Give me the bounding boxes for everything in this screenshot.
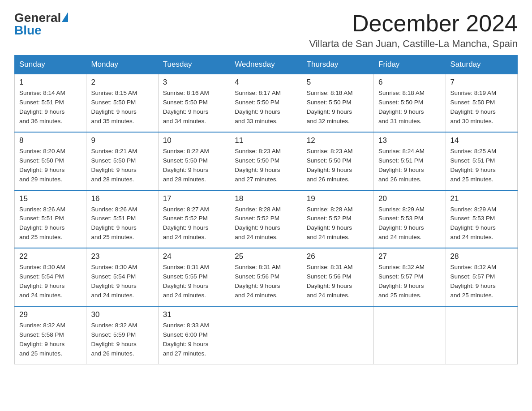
calendar-subtitle: Villarta de San Juan, Castille-La Mancha… xyxy=(309,38,518,50)
week-row-1: 1Sunrise: 8:14 AMSunset: 5:51 PMDaylight… xyxy=(15,74,518,132)
calendar-cell: 18Sunrise: 8:28 AMSunset: 5:52 PMDayligh… xyxy=(230,190,302,248)
day-info: Sunrise: 8:19 AMSunset: 5:50 PMDaylight:… xyxy=(450,89,513,126)
calendar-cell: 11Sunrise: 8:23 AMSunset: 5:50 PMDayligh… xyxy=(230,132,302,190)
day-number: 29 xyxy=(19,310,82,319)
calendar-cell: 8Sunrise: 8:20 AMSunset: 5:50 PMDaylight… xyxy=(15,132,86,190)
calendar-cell: 25Sunrise: 8:31 AMSunset: 5:56 PMDayligh… xyxy=(230,248,302,306)
calendar-cell: 12Sunrise: 8:23 AMSunset: 5:50 PMDayligh… xyxy=(302,132,373,190)
day-number: 23 xyxy=(91,252,153,261)
day-number: 14 xyxy=(450,136,513,145)
calendar-cell: 20Sunrise: 8:29 AMSunset: 5:53 PMDayligh… xyxy=(374,190,446,248)
day-info: Sunrise: 8:32 AMSunset: 5:58 PMDaylight:… xyxy=(19,321,82,359)
day-info: Sunrise: 8:30 AMSunset: 5:54 PMDaylight:… xyxy=(19,263,82,300)
weekday-header-tuesday: Tuesday xyxy=(158,56,230,74)
day-info: Sunrise: 8:21 AMSunset: 5:50 PMDaylight:… xyxy=(91,147,153,184)
day-number: 20 xyxy=(378,194,441,203)
day-info: Sunrise: 8:28 AMSunset: 5:52 PMDaylight:… xyxy=(307,205,369,243)
calendar-cell: 7Sunrise: 8:19 AMSunset: 5:50 PMDaylight… xyxy=(446,74,517,132)
day-number: 8 xyxy=(19,136,82,145)
day-number: 24 xyxy=(163,252,225,261)
day-info: Sunrise: 8:31 AMSunset: 5:56 PMDaylight:… xyxy=(307,263,369,300)
page-header: General Blue December 2024 Villarta de S… xyxy=(14,11,518,50)
weekday-header-saturday: Saturday xyxy=(446,56,517,74)
day-info: Sunrise: 8:33 AMSunset: 6:00 PMDaylight:… xyxy=(163,321,225,359)
day-info: Sunrise: 8:31 AMSunset: 5:55 PMDaylight:… xyxy=(163,263,225,300)
calendar-cell: 29Sunrise: 8:32 AMSunset: 5:58 PMDayligh… xyxy=(15,306,86,364)
day-number: 30 xyxy=(91,310,153,319)
day-info: Sunrise: 8:30 AMSunset: 5:54 PMDaylight:… xyxy=(91,263,153,300)
weekday-header-wednesday: Wednesday xyxy=(230,56,302,74)
calendar-cell: 3Sunrise: 8:16 AMSunset: 5:50 PMDaylight… xyxy=(158,74,230,132)
day-info: Sunrise: 8:32 AMSunset: 5:59 PMDaylight:… xyxy=(91,321,153,359)
day-number: 1 xyxy=(19,78,82,87)
calendar-cell: 10Sunrise: 8:22 AMSunset: 5:50 PMDayligh… xyxy=(158,132,230,190)
logo-blue-text: Blue xyxy=(14,23,42,38)
calendar-cell xyxy=(302,306,373,364)
day-info: Sunrise: 8:29 AMSunset: 5:53 PMDaylight:… xyxy=(378,205,441,243)
calendar-cell xyxy=(446,306,517,364)
day-info: Sunrise: 8:14 AMSunset: 5:51 PMDaylight:… xyxy=(19,89,82,126)
day-number: 16 xyxy=(91,194,153,203)
day-info: Sunrise: 8:28 AMSunset: 5:52 PMDaylight:… xyxy=(235,205,297,243)
calendar-cell: 21Sunrise: 8:29 AMSunset: 5:53 PMDayligh… xyxy=(446,190,517,248)
week-row-5: 29Sunrise: 8:32 AMSunset: 5:58 PMDayligh… xyxy=(15,306,518,364)
day-number: 19 xyxy=(307,194,369,203)
day-number: 3 xyxy=(163,78,225,87)
calendar-cell: 23Sunrise: 8:30 AMSunset: 5:54 PMDayligh… xyxy=(86,248,158,306)
logo: General Blue xyxy=(14,11,68,38)
day-info: Sunrise: 8:15 AMSunset: 5:50 PMDaylight:… xyxy=(91,89,153,126)
calendar-cell: 19Sunrise: 8:28 AMSunset: 5:52 PMDayligh… xyxy=(302,190,373,248)
weekday-header-monday: Monday xyxy=(86,56,158,74)
day-number: 13 xyxy=(378,136,441,145)
calendar-cell: 2Sunrise: 8:15 AMSunset: 5:50 PMDaylight… xyxy=(86,74,158,132)
calendar-cell: 6Sunrise: 8:18 AMSunset: 5:50 PMDaylight… xyxy=(374,74,446,132)
day-info: Sunrise: 8:25 AMSunset: 5:51 PMDaylight:… xyxy=(450,147,513,184)
day-info: Sunrise: 8:32 AMSunset: 5:57 PMDaylight:… xyxy=(378,263,441,300)
day-number: 5 xyxy=(307,78,369,87)
day-info: Sunrise: 8:24 AMSunset: 5:51 PMDaylight:… xyxy=(378,147,441,184)
calendar-cell: 28Sunrise: 8:32 AMSunset: 5:57 PMDayligh… xyxy=(446,248,517,306)
day-number: 18 xyxy=(235,194,297,203)
calendar-cell: 9Sunrise: 8:21 AMSunset: 5:50 PMDaylight… xyxy=(86,132,158,190)
calendar-cell: 22Sunrise: 8:30 AMSunset: 5:54 PMDayligh… xyxy=(15,248,86,306)
weekday-header-row: SundayMondayTuesdayWednesdayThursdayFrid… xyxy=(15,56,518,74)
day-number: 25 xyxy=(235,252,297,261)
calendar-cell: 4Sunrise: 8:17 AMSunset: 5:50 PMDaylight… xyxy=(230,74,302,132)
weekday-header-thursday: Thursday xyxy=(302,56,373,74)
day-info: Sunrise: 8:22 AMSunset: 5:50 PMDaylight:… xyxy=(163,147,225,184)
day-number: 10 xyxy=(163,136,225,145)
day-number: 28 xyxy=(450,252,513,261)
week-row-4: 22Sunrise: 8:30 AMSunset: 5:54 PMDayligh… xyxy=(15,248,518,306)
day-number: 15 xyxy=(19,194,82,203)
calendar-cell: 24Sunrise: 8:31 AMSunset: 5:55 PMDayligh… xyxy=(158,248,230,306)
calendar-cell xyxy=(230,306,302,364)
calendar-title: December 2024 xyxy=(309,11,518,36)
calendar-cell xyxy=(374,306,446,364)
day-info: Sunrise: 8:20 AMSunset: 5:50 PMDaylight:… xyxy=(19,147,82,184)
day-info: Sunrise: 8:23 AMSunset: 5:50 PMDaylight:… xyxy=(307,147,369,184)
logo-triangle-icon xyxy=(62,12,68,22)
day-info: Sunrise: 8:32 AMSunset: 5:57 PMDaylight:… xyxy=(450,263,513,300)
day-info: Sunrise: 8:27 AMSunset: 5:52 PMDaylight:… xyxy=(163,205,225,243)
calendar-cell: 31Sunrise: 8:33 AMSunset: 6:00 PMDayligh… xyxy=(158,306,230,364)
day-number: 2 xyxy=(91,78,153,87)
weekday-header-sunday: Sunday xyxy=(15,56,86,74)
day-number: 26 xyxy=(307,252,369,261)
weekday-header-friday: Friday xyxy=(374,56,446,74)
day-number: 17 xyxy=(163,194,225,203)
day-number: 6 xyxy=(378,78,441,87)
week-row-3: 15Sunrise: 8:26 AMSunset: 5:51 PMDayligh… xyxy=(15,190,518,248)
calendar-cell: 27Sunrise: 8:32 AMSunset: 5:57 PMDayligh… xyxy=(374,248,446,306)
day-number: 27 xyxy=(378,252,441,261)
calendar-cell: 14Sunrise: 8:25 AMSunset: 5:51 PMDayligh… xyxy=(446,132,517,190)
title-block: December 2024 Villarta de San Juan, Cast… xyxy=(309,11,518,50)
day-number: 4 xyxy=(235,78,297,87)
calendar-cell: 16Sunrise: 8:26 AMSunset: 5:51 PMDayligh… xyxy=(86,190,158,248)
day-info: Sunrise: 8:18 AMSunset: 5:50 PMDaylight:… xyxy=(307,89,369,126)
calendar-cell: 1Sunrise: 8:14 AMSunset: 5:51 PMDaylight… xyxy=(15,74,86,132)
day-info: Sunrise: 8:16 AMSunset: 5:50 PMDaylight:… xyxy=(163,89,225,126)
day-number: 7 xyxy=(450,78,513,87)
day-number: 21 xyxy=(450,194,513,203)
calendar-cell: 17Sunrise: 8:27 AMSunset: 5:52 PMDayligh… xyxy=(158,190,230,248)
day-info: Sunrise: 8:31 AMSunset: 5:56 PMDaylight:… xyxy=(235,263,297,300)
